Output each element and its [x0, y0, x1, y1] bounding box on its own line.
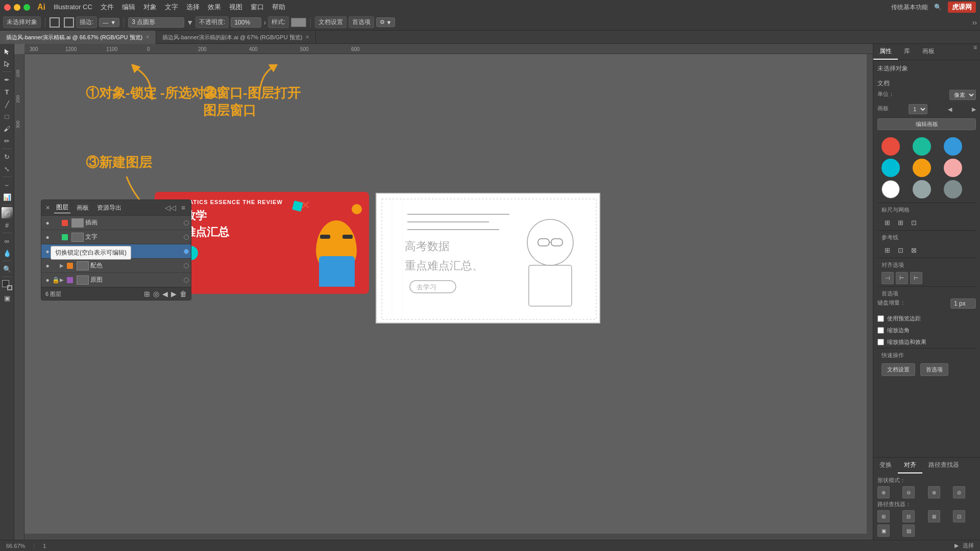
artboard-select[interactable]: 1 — [909, 104, 927, 114]
grid-icon[interactable]: ⊞ — [895, 217, 906, 228]
artboard-next[interactable]: ▶ — [972, 106, 976, 113]
trash-icon[interactable]: 🗑 — [180, 290, 187, 298]
swatch-cyan[interactable] — [881, 159, 900, 177]
guide-icon3[interactable]: ⊠ — [908, 244, 919, 256]
more-options-btn[interactable]: ⚙ ▼ — [376, 17, 395, 27]
menu-select[interactable]: 选择 — [182, 0, 204, 14]
bottom-tab-transform[interactable]: 变换 — [873, 458, 898, 473]
panel-toggle-icon[interactable]: ›› — [972, 18, 977, 27]
maximize-btn[interactable] — [23, 4, 30, 11]
make-comp-icon[interactable]: ◎ — [153, 290, 159, 298]
menu-object[interactable]: 对象 — [139, 0, 161, 14]
new-layer-icon[interactable]: ⊞ — [144, 290, 150, 298]
zoom-display[interactable]: 66.67% — [6, 543, 25, 549]
intersect-btn[interactable]: ⊗ — [928, 486, 940, 498]
layers-panel-close[interactable]: ✕ — [45, 205, 50, 211]
play-icon[interactable]: ▶ — [954, 542, 959, 549]
screen-mode-tool[interactable]: ▣ — [2, 292, 13, 304]
tab-main[interactable]: 插边风-banner演示精稿.ai @ 66.67% (RGB/GPU 预览) … — [0, 31, 156, 44]
swatch-blue[interactable] — [944, 137, 962, 156]
shape-tool[interactable]: □ — [2, 111, 13, 122]
preview-bounds-label[interactable]: 使用预览边距 — [877, 315, 976, 322]
canvas-area[interactable]: 300 1200 1100 0 200 400 500 600 100 200 … — [14, 44, 873, 540]
swatch-white[interactable] — [881, 180, 900, 198]
panel-tab-artboards[interactable]: 画板 — [916, 44, 941, 60]
layer-row-1[interactable]: ● 文字 — [41, 230, 191, 244]
fill-color-btn[interactable] — [50, 17, 60, 28]
panel-tab-properties[interactable]: 属性 — [873, 44, 898, 60]
scale-tool[interactable]: ⤡ — [2, 163, 13, 174]
mesh-tool[interactable]: # — [2, 219, 13, 231]
warp-tool[interactable]: ⌣ — [2, 179, 13, 190]
layers-tab-artboards[interactable]: 画板 — [75, 203, 91, 213]
qa-doc-settings[interactable]: 文档设置 — [881, 363, 915, 376]
scrollbar-horizontal[interactable] — [24, 534, 873, 540]
zoom-tool[interactable]: 🔍 — [2, 263, 13, 274]
guide-icon1[interactable]: ⊞ — [881, 244, 893, 256]
layer-lock-0[interactable] — [52, 219, 60, 227]
layer-eye-3[interactable]: ● — [43, 262, 52, 270]
layers-panel-menu[interactable]: ≡ — [180, 204, 187, 212]
layer-row-3[interactable]: ● ▶ 配色 — [41, 259, 191, 273]
swatch-orange[interactable] — [913, 159, 931, 177]
layer-lock-1[interactable] — [52, 233, 60, 241]
gradient-tool[interactable]: ◩ — [2, 207, 13, 218]
scale-strokes-check[interactable] — [877, 339, 884, 345]
swatch-dark-gray[interactable] — [944, 180, 962, 198]
layers-tab-layers[interactable]: 图层 — [54, 202, 70, 213]
crop-btn[interactable]: ⊡ — [953, 510, 965, 522]
eyedropper-tool[interactable]: 💧 — [2, 247, 13, 259]
units-select[interactable]: 像素 — [949, 90, 976, 100]
stroke-tool[interactable] — [7, 285, 12, 290]
menu-text[interactable]: 文字 — [161, 0, 182, 14]
stroke-color-btn[interactable] — [64, 17, 74, 28]
layers-panel-shrink[interactable]: ◁◁ — [163, 204, 178, 212]
layer-expand-4[interactable]: ▶ — [60, 277, 64, 283]
align-right[interactable]: ⊢ — [910, 272, 922, 284]
keyboard-input[interactable] — [950, 298, 976, 309]
tab-main-close[interactable]: ✕ — [145, 31, 150, 44]
merge-btn[interactable]: ⊠ — [928, 510, 940, 522]
menu-help[interactable]: 帮助 — [268, 0, 289, 14]
scale-strokes-label[interactable]: 缩放描边和效果 — [877, 338, 976, 346]
layer-lock-3[interactable] — [52, 262, 60, 270]
divide-btn[interactable]: ⊞ — [877, 510, 890, 522]
menu-effects[interactable]: 效果 — [204, 0, 225, 14]
qa-preferences[interactable]: 首选项 — [920, 363, 948, 376]
outline-btn[interactable]: ▣ — [877, 524, 890, 537]
shape-input[interactable] — [128, 17, 184, 28]
menu-view[interactable]: 视图 — [225, 0, 247, 14]
menu-file[interactable]: 文件 — [96, 0, 118, 14]
doc-settings-btn[interactable]: 文档设置 — [315, 16, 347, 28]
align-left[interactable]: ⊣ — [881, 272, 894, 284]
artboard-prev[interactable]: ◀ — [948, 106, 952, 113]
pen-tool[interactable]: ✒ — [2, 74, 13, 85]
bottom-tab-pathfinder[interactable]: 路径查找器 — [922, 458, 965, 473]
workspace-label[interactable]: 传统基本功能 — [891, 3, 928, 12]
next-layer-icon[interactable]: ▶ — [171, 290, 177, 298]
round-corners-check[interactable] — [877, 327, 884, 334]
line-tool[interactable]: ╱ — [2, 98, 13, 110]
pencil-tool[interactable]: ✏ — [2, 135, 13, 146]
edit-artboard-btn[interactable]: 编辑画板 — [877, 118, 976, 130]
exclude-btn[interactable]: ⊘ — [953, 486, 965, 498]
layer-eye-4[interactable]: ● — [43, 276, 52, 284]
layer-expand-3[interactable]: ▶ — [60, 263, 64, 268]
opacity-input[interactable] — [231, 17, 261, 28]
prev-layer-icon[interactable]: ◀ — [162, 290, 168, 298]
snap-icon[interactable]: ⊡ — [908, 217, 919, 228]
tab-copy-close[interactable]: ✕ — [305, 31, 309, 44]
align-center-h[interactable]: ⊢ — [896, 272, 908, 284]
swatch-gray[interactable] — [913, 180, 931, 198]
direct-select-tool[interactable] — [2, 58, 13, 69]
menu-edit[interactable]: 编辑 — [118, 0, 139, 14]
tab-copy[interactable]: 插边风-banner演示稿的副本.ai @ 67% (RGB/GPU 预览) ✕ — [156, 31, 316, 44]
swatch-red[interactable] — [881, 137, 900, 156]
text-tool[interactable]: T — [2, 86, 13, 97]
round-corners-label[interactable]: 缩放边角 — [877, 327, 976, 334]
layer-lock-4[interactable]: 🔒 — [52, 276, 60, 284]
layers-tab-export[interactable]: 资源导出 — [95, 203, 124, 213]
minus-front-btn[interactable]: ⊖ — [902, 486, 915, 498]
blend-tool[interactable]: ∞ — [2, 235, 13, 246]
menu-illustrator[interactable]: Illustrator CC — [50, 0, 96, 14]
